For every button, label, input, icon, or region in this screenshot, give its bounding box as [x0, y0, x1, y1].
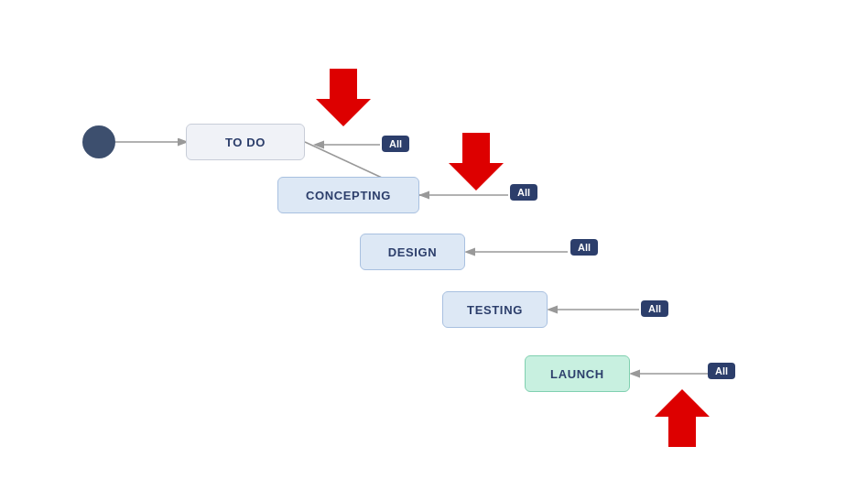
node-launch-label: LAUNCH — [550, 367, 604, 381]
node-design[interactable]: DESIGN — [360, 234, 465, 270]
node-todo[interactable]: TO DO — [186, 124, 305, 160]
badge-all-todo[interactable]: All — [382, 136, 409, 152]
node-testing[interactable]: TESTING — [442, 291, 548, 328]
svg-marker-8 — [316, 69, 371, 126]
node-design-label: DESIGN — [388, 245, 438, 259]
node-concepting-label: CONCEPTING — [306, 189, 391, 202]
badge-all-concepting[interactable]: All — [510, 184, 537, 201]
diagram-container: TO DO CONCEPTING DESIGN TESTING LAUNCH A… — [0, 0, 868, 479]
node-todo-label: TO DO — [225, 136, 266, 149]
badge-all-testing[interactable]: All — [641, 300, 668, 317]
svg-marker-9 — [449, 133, 504, 191]
node-launch[interactable]: LAUNCH — [525, 355, 630, 392]
node-testing-label: TESTING — [467, 303, 523, 317]
svg-marker-10 — [655, 389, 710, 447]
node-concepting[interactable]: CONCEPTING — [277, 177, 419, 213]
badge-all-launch[interactable]: All — [708, 363, 735, 379]
badge-all-design[interactable]: All — [570, 239, 598, 256]
start-circle — [82, 125, 115, 158]
